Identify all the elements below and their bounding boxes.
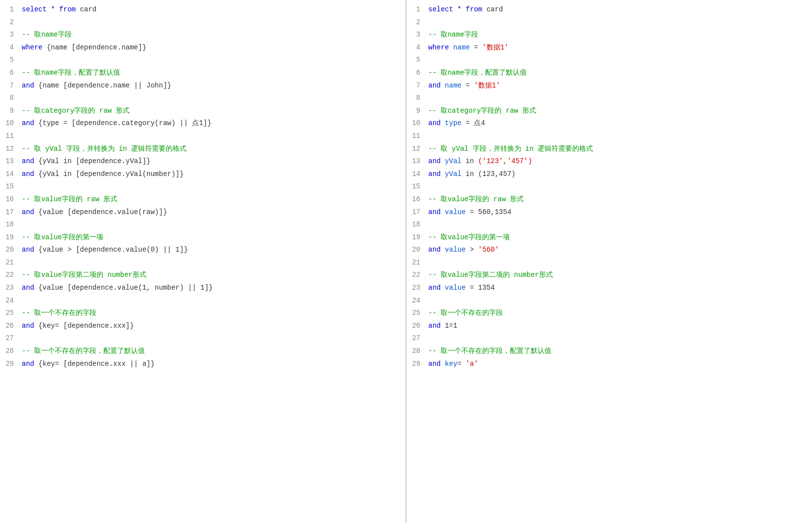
line-content: and {type = [dependence.category(raw) ||… bbox=[22, 118, 404, 129]
token: and bbox=[428, 119, 445, 127]
token: and bbox=[22, 284, 39, 292]
token: = bbox=[457, 360, 466, 368]
line-content: and type = 点4 bbox=[428, 118, 810, 129]
token: and bbox=[22, 208, 39, 216]
line-content: -- 取value字段的 raw 形式 bbox=[22, 194, 404, 205]
token: select * bbox=[428, 5, 466, 13]
code-line: 20and value > '560' bbox=[406, 244, 812, 257]
code-line: 5 bbox=[0, 54, 406, 67]
line-number: 16 bbox=[2, 194, 22, 205]
line-content: and {value > [dependence.value(0) || 1]} bbox=[22, 244, 404, 255]
left-code-pane: 1select * from card23-- 取name字段4where {n… bbox=[0, 0, 406, 523]
token: and bbox=[428, 82, 445, 89]
token: {name [dependence.name || John]} bbox=[39, 82, 172, 89]
line-number: 5 bbox=[408, 54, 428, 65]
token: {name [dependence.name]} bbox=[46, 44, 146, 51]
right-code-pane: 1select * from card23-- 取name字段4where na… bbox=[406, 0, 812, 523]
line-number: 2 bbox=[2, 17, 22, 28]
line-content: and yVal in ('123','457') bbox=[428, 156, 810, 167]
code-line: 23and value = 1354 bbox=[406, 282, 812, 295]
line-number: 21 bbox=[2, 257, 22, 268]
line-number: 15 bbox=[408, 181, 428, 192]
token: name bbox=[445, 82, 462, 89]
code-line: 9-- 取category字段的 raw 形式 bbox=[406, 105, 812, 118]
code-line: 19-- 取value字段的第一项 bbox=[0, 232, 406, 245]
token: yVal bbox=[445, 157, 462, 165]
line-number: 19 bbox=[408, 232, 428, 243]
token: where bbox=[22, 44, 46, 51]
line-content: and {name [dependence.name || John]} bbox=[22, 80, 404, 91]
token: {value [dependence.value(1, number) || 1… bbox=[39, 284, 213, 292]
line-number: 3 bbox=[408, 29, 428, 40]
line-number: 18 bbox=[2, 219, 22, 230]
code-line: 7and {name [dependence.name || John]} bbox=[0, 80, 406, 93]
code-line: 17and value = 560,1354 bbox=[406, 207, 812, 219]
code-line: 18 bbox=[406, 219, 812, 232]
token: ('123','457') bbox=[478, 157, 532, 165]
line-number: 8 bbox=[2, 92, 22, 103]
token: -- 取一个不存在的字段 bbox=[22, 309, 96, 317]
token: where bbox=[428, 44, 453, 51]
token: -- 取value字段第二项的 number形式 bbox=[428, 271, 553, 279]
line-content: and {value [dependence.value(raw)]} bbox=[22, 207, 404, 218]
token: value bbox=[445, 246, 466, 254]
code-line: 3-- 取name字段 bbox=[406, 29, 812, 42]
code-line: 16-- 取value字段的 raw 形式 bbox=[406, 194, 812, 207]
code-line: 15 bbox=[406, 181, 812, 194]
line-content: -- 取一个不存在的字段 bbox=[22, 307, 404, 318]
token: = 点4 bbox=[461, 119, 485, 127]
token: -- 取 yVal 字段，并转换为 in 逻辑符需要的格式 bbox=[22, 145, 186, 153]
token: 1=1 bbox=[445, 322, 457, 330]
token: {yVal in [dependence.yVal]} bbox=[39, 157, 151, 165]
line-content: select * from card bbox=[428, 4, 810, 15]
line-content: -- 取value字段的 raw 形式 bbox=[428, 194, 810, 205]
code-line: 13and {yVal in [dependence.yVal]} bbox=[0, 156, 406, 169]
code-line: 12-- 取 yVal 字段，并转换为 in 逻辑符需要的格式 bbox=[0, 143, 406, 156]
token: and bbox=[428, 170, 445, 178]
token: {yVal in [dependence.yVal(number)]} bbox=[39, 170, 184, 178]
line-content: -- 取一个不存在的字段，配置了默认值 bbox=[22, 346, 404, 356]
line-content: -- 取category字段的 raw 形式 bbox=[428, 105, 810, 116]
line-number: 26 bbox=[2, 320, 22, 331]
line-content: -- 取name字段 bbox=[428, 29, 810, 40]
token: -- 取name字段 bbox=[428, 31, 478, 39]
code-line: 24 bbox=[406, 295, 812, 308]
line-content: -- 取一个不存在的字段 bbox=[428, 307, 810, 318]
line-content: -- 取 yVal 字段，并转换为 in 逻辑符需要的格式 bbox=[22, 143, 404, 154]
line-number: 27 bbox=[408, 333, 428, 344]
token: -- 取 yVal 字段，并转换为 in 逻辑符需要的格式 bbox=[428, 145, 593, 153]
line-number: 6 bbox=[2, 67, 22, 78]
line-content: -- 取value字段的第一项 bbox=[22, 232, 404, 243]
line-content: -- 取name字段，配置了默认值 bbox=[428, 67, 810, 78]
token: -- 取value字段的 raw 形式 bbox=[428, 195, 524, 203]
line-number: 24 bbox=[408, 295, 428, 306]
code-line: 10and {type = [dependence.category(raw) … bbox=[0, 118, 406, 131]
code-line: 8 bbox=[406, 92, 812, 105]
line-number: 1 bbox=[408, 4, 428, 15]
line-number: 22 bbox=[408, 269, 428, 280]
line-number: 1 bbox=[2, 4, 22, 15]
token: -- 取name字段，配置了默认值 bbox=[428, 69, 527, 77]
token: -- 取value字段的 raw 形式 bbox=[22, 195, 117, 203]
line-number: 4 bbox=[2, 42, 22, 53]
token: {key= [dependence.xxx]} bbox=[39, 322, 134, 330]
token: -- 取category字段的 raw 形式 bbox=[428, 107, 536, 115]
code-line: 29and key= 'a' bbox=[406, 358, 812, 371]
main-container: 1select * from card23-- 取name字段4where {n… bbox=[0, 0, 812, 523]
token: value bbox=[445, 208, 466, 216]
code-line: 25-- 取一个不存在的字段 bbox=[406, 307, 812, 320]
line-number: 14 bbox=[408, 169, 428, 179]
line-number: 27 bbox=[2, 333, 22, 344]
line-number: 16 bbox=[408, 194, 428, 205]
token: and bbox=[22, 82, 39, 89]
line-number: 4 bbox=[408, 42, 428, 53]
token: -- 取name字段，配置了默认值 bbox=[22, 69, 120, 77]
token: in (123,457) bbox=[461, 170, 515, 178]
line-number: 8 bbox=[408, 92, 428, 103]
code-line: 4where name = '数据1' bbox=[406, 42, 812, 55]
code-line: 7and name = '数据1' bbox=[406, 80, 812, 93]
line-number: 10 bbox=[2, 118, 22, 129]
token: from bbox=[466, 5, 483, 13]
token: -- 取一个不存在的字段，配置了默认值 bbox=[428, 347, 551, 355]
line-content: and yVal in (123,457) bbox=[428, 169, 810, 179]
